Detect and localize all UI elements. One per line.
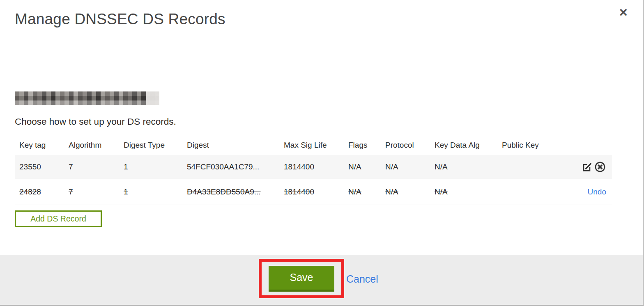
column-header-max-sig-life: Max Sig Life xyxy=(279,141,344,150)
column-header-public-key: Public Key xyxy=(497,141,567,150)
key-tag-value: 23550 xyxy=(19,162,41,171)
algorithm-value: 7 xyxy=(69,187,73,196)
add-ds-record-button[interactable]: Add DS Record xyxy=(15,210,102,227)
instruction-text: Choose how to set up your DS records. xyxy=(15,116,176,127)
annotation-highlight-box: Save xyxy=(259,259,344,298)
column-header-key-data-alg: Key Data Alg xyxy=(430,141,497,150)
column-header-key-tag: Key tag xyxy=(15,141,64,150)
flags-value: N/A xyxy=(348,162,361,171)
column-header-flags: Flags xyxy=(344,141,381,150)
column-header-protocol: Protocol xyxy=(381,141,430,150)
modal-footer: Save Cancel xyxy=(0,255,643,305)
table-row: 23550 7 1 54FCF030AA1C79... 1814400 N/A … xyxy=(15,155,612,179)
ds-records-table: Key tag Algorithm Digest Type Digest Max… xyxy=(15,135,612,205)
digest-type-value: 1 xyxy=(124,187,128,196)
algorithm-value: 7 xyxy=(69,162,73,171)
edit-icon[interactable] xyxy=(582,161,593,173)
page-title: Manage DNSSEC DS Records xyxy=(15,11,225,28)
cancel-link[interactable]: Cancel xyxy=(346,273,378,285)
key-data-alg-value: N/A xyxy=(435,187,448,196)
flags-value: N/A xyxy=(348,187,361,196)
undo-link[interactable]: Undo xyxy=(588,187,606,196)
max-sig-life-value: 1814400 xyxy=(284,162,314,171)
column-header-digest: Digest xyxy=(182,141,279,150)
digest-type-value: 1 xyxy=(124,162,128,171)
delete-icon[interactable] xyxy=(594,161,606,173)
protocol-value: N/A xyxy=(385,162,398,171)
digest-value: 54FCF030AA1C79... xyxy=(187,162,259,171)
dnssec-modal: Manage DNSSEC DS Records ✕ Choose how to… xyxy=(0,0,644,306)
max-sig-life-value: 1814400 xyxy=(284,187,314,196)
redacted-domain-name xyxy=(15,91,159,105)
digest-value: D4A33E8DD550A9... xyxy=(187,187,261,196)
column-header-algorithm: Algorithm xyxy=(64,141,119,150)
table-header-row: Key tag Algorithm Digest Type Digest Max… xyxy=(15,135,612,155)
key-tag-value: 24828 xyxy=(19,187,41,196)
column-header-digest-type: Digest Type xyxy=(119,141,182,150)
key-data-alg-value: N/A xyxy=(435,162,448,171)
table-row-deleted: 24828 7 1 D4A33E8DD550A9... 1814400 N/A … xyxy=(15,179,612,205)
protocol-value: N/A xyxy=(385,187,398,196)
save-button[interactable]: Save xyxy=(269,266,334,292)
close-icon[interactable]: ✕ xyxy=(619,7,628,18)
